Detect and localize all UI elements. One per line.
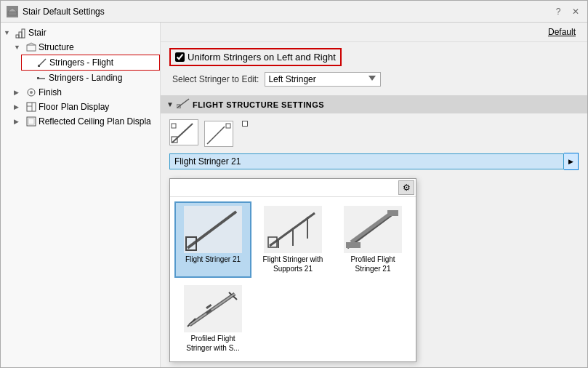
popup-thumb-4	[184, 285, 242, 332]
flight-structure-header[interactable]: ▼ FLIGHT STRUCTURE SETTINGS	[161, 95, 587, 113]
popup-item-4-label: Profiled Flight Stringer with S...	[180, 334, 246, 353]
popup-search-input[interactable]	[172, 181, 398, 194]
tree-arrow-floor-plan: ▶	[14, 103, 24, 111]
flight-section-icon	[177, 98, 190, 111]
svg-rect-3	[19, 32, 22, 38]
popup-item-3-label: Profiled Flight Stringer 21	[340, 255, 406, 273]
window-title: Stair Default Settings	[23, 7, 105, 17]
stringer-popup: ⚙	[169, 178, 416, 362]
svg-point-13	[30, 91, 33, 94]
stringer-select-label: Select Stringer to Edit:	[172, 74, 259, 84]
popup-item-2-label: Flight Stringer with Supports 21	[260, 255, 326, 273]
popup-thumb-1	[184, 206, 242, 253]
reflected-ceiling-icon	[25, 116, 37, 127]
sidebar: ▼ Stair ▼	[1, 23, 161, 367]
popup-item-flight-stringer-supports[interactable]: Flight Stringer with Supports 21	[254, 201, 331, 278]
svg-rect-23	[172, 124, 176, 128]
size-indicator	[242, 121, 248, 127]
popup-thumb-3	[344, 206, 402, 253]
tree-arrow-structure: ▼	[14, 44, 24, 51]
sidebar-item-structure-label: Structure	[39, 42, 74, 52]
app-icon	[7, 6, 18, 17]
uniform-section: Uniform Stringers on Left and Right Sele…	[161, 42, 587, 92]
sidebar-item-stringers-landing-label: Stringers - Landing	[49, 73, 122, 83]
tree-arrow-reflected: ▶	[14, 118, 24, 125]
sidebar-item-stair-label: Stair	[28, 28, 47, 38]
default-btn-row: Default	[161, 23, 587, 42]
sidebar-item-stringers-flight[interactable]: ▶ Stringers - Flight	[21, 55, 160, 71]
help-button[interactable]: ?	[552, 6, 564, 17]
flight-structure-title: FLIGHT STRUCTURE SETTINGS	[193, 100, 324, 109]
svg-rect-14	[27, 103, 36, 111]
uniform-checkbox-container: Uniform Stringers on Left and Right	[169, 48, 342, 66]
close-button[interactable]: ✕	[570, 6, 581, 17]
sidebar-item-reflected-label: Reflected Ceiling Plan Displa	[39, 116, 151, 127]
svg-rect-4	[22, 29, 25, 38]
title-bar: Stair Default Settings ? ✕	[1, 1, 587, 23]
tree-arrow-stair: ▼	[4, 29, 14, 36]
finish-icon	[25, 87, 37, 98]
svg-rect-5	[27, 45, 36, 51]
popup-gear-button[interactable]: ⚙	[398, 180, 414, 195]
sidebar-item-floor-plan[interactable]: ▶ Floor Plan Display	[11, 100, 160, 114]
sidebar-item-finish-label: Finish	[39, 87, 62, 97]
popup-item-flight-stringer-21[interactable]: Flight Stringer 21	[174, 201, 251, 278]
floor-plan-icon	[25, 101, 37, 113]
sidebar-item-stair[interactable]: ▼ Stair	[1, 25, 160, 40]
svg-rect-36	[346, 242, 361, 248]
svg-rect-9	[38, 65, 40, 67]
flight-section-toggle: ▼	[166, 100, 174, 108]
svg-line-21	[172, 124, 193, 143]
sidebar-item-structure[interactable]: ▼ Structure	[11, 40, 160, 55]
sidebar-item-floor-plan-label: Floor Plan Display	[39, 102, 109, 112]
stringer-dropdown-arrow[interactable]: ▶	[564, 153, 579, 170]
default-button[interactable]: Default	[542, 25, 581, 39]
sidebar-item-stringers-landing[interactable]: ▶ Stringers - Landing	[21, 71, 160, 85]
flight-content: Flight Stringer 21 Flight Stringer with …	[161, 113, 587, 366]
stringer-landing-icon	[36, 72, 47, 84]
svg-rect-24	[226, 124, 230, 128]
uniform-label: Uniform Stringers on Left and Right	[188, 52, 336, 63]
title-bar-left: Stair Default Settings	[7, 6, 105, 17]
structure-icon	[25, 41, 37, 53]
popup-item-profiled-flight[interactable]: Profiled Flight Stringer 21	[334, 201, 411, 278]
stringer-flight-icon	[36, 57, 48, 68]
stringer-select-row: Select Stringer to Edit: Left Stringer R…	[169, 72, 579, 87]
stringer-select-dropdown[interactable]: Left Stringer Right Stringer	[265, 72, 381, 87]
svg-marker-1	[8, 8, 17, 12]
main-panel: Default Uniform Stringers on Left and Ri…	[161, 23, 587, 367]
sidebar-item-reflected-ceiling[interactable]: ▶ Reflected Ceiling Plan Displa	[11, 114, 160, 129]
content-area: ▼ Stair ▼	[1, 23, 587, 367]
popup-grid: Flight Stringer 21	[170, 197, 416, 361]
stringer-preview-icon	[169, 119, 198, 145]
svg-rect-2	[16, 35, 19, 38]
stringer-type-container: Flight Stringer 21 Flight Stringer with …	[169, 153, 579, 170]
sidebar-item-stringers-flight-label: Stringers - Flight	[49, 57, 113, 68]
stair-icon	[15, 27, 27, 39]
svg-line-19	[177, 99, 189, 108]
tree-arrow-finish: ▶	[14, 89, 24, 96]
svg-rect-11	[37, 77, 39, 79]
stringer-preview-icon2	[204, 121, 233, 147]
title-bar-controls: ? ✕	[552, 6, 581, 17]
sidebar-item-finish[interactable]: ▶ Finish	[11, 85, 160, 100]
uniform-checkbox[interactable]	[175, 52, 185, 62]
main-window: Stair Default Settings ? ✕ ▼ Stair	[0, 0, 588, 368]
svg-rect-18	[28, 119, 34, 124]
popup-item-profiled-flight-s[interactable]: Profiled Flight Stringer with S...	[174, 281, 251, 357]
preview-row	[169, 119, 579, 147]
stringer-type-dropdown[interactable]: Flight Stringer 21 Flight Stringer with …	[169, 153, 564, 169]
stringer-dropdown-row: Flight Stringer 21 Flight Stringer with …	[169, 153, 579, 170]
popup-search-row: ⚙	[170, 179, 416, 197]
popup-item-1-label: Flight Stringer 21	[185, 255, 241, 264]
popup-thumb-2	[264, 206, 322, 253]
svg-rect-0	[8, 12, 17, 15]
